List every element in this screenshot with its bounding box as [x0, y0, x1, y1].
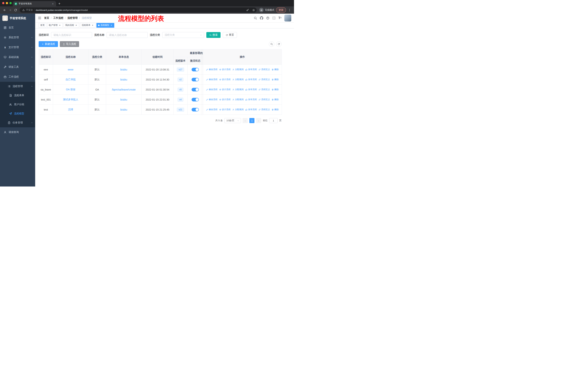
forward-button[interactable]: [7, 7, 13, 13]
op-assign-rule[interactable]: 分配规则: [232, 68, 244, 71]
active-toggle[interactable]: [192, 98, 199, 101]
op-modify-process[interactable]: 修改流程: [206, 78, 217, 81]
close-icon[interactable]: ×: [75, 24, 77, 27]
form-link[interactable]: biubiu: [120, 108, 127, 111]
op-delete[interactable]: 删除: [272, 78, 279, 81]
sidebar-item-dev-tools[interactable]: 研发工具: [0, 62, 35, 72]
op-design-process[interactable]: 设计流程: [219, 78, 231, 81]
key-icon[interactable]: [245, 8, 250, 12]
back-button[interactable]: [2, 7, 7, 13]
form-link[interactable]: biubiu: [120, 98, 127, 101]
update-button[interactable]: 更新: [276, 7, 286, 13]
op-delete[interactable]: 删除: [272, 68, 279, 71]
op-design-process[interactable]: 设计流程: [219, 68, 231, 71]
close-window-button[interactable]: [2, 2, 4, 4]
view-tag[interactable]: 我的流程×: [64, 23, 79, 28]
view-tag[interactable]: 流程模型×: [96, 23, 114, 28]
breadcrumb-item[interactable]: 工作流程: [53, 16, 63, 20]
process-name-link[interactable]: 滔博: [68, 108, 73, 111]
op-process-definition[interactable]: 流程定义: [258, 98, 270, 101]
form-link[interactable]: biubiu: [120, 68, 127, 71]
form-link[interactable]: biubiu: [120, 78, 127, 81]
op-modify-process[interactable]: 修改流程: [206, 68, 217, 71]
process-name-link[interactable]: eeee: [68, 68, 74, 71]
active-toggle[interactable]: [192, 88, 199, 91]
close-icon[interactable]: ×: [110, 24, 113, 27]
prev-page-button[interactable]: ‹: [243, 118, 248, 123]
sidebar-item-infrastructure[interactable]: 基础设施: [0, 52, 35, 62]
sidebar-item-workflow[interactable]: 工作流程: [0, 72, 35, 82]
tab-close-icon[interactable]: ×: [51, 2, 54, 5]
new-tab-button[interactable]: +: [58, 2, 61, 5]
sidebar-item-leave-query[interactable]: 请假查询: [0, 127, 35, 137]
op-process-definition[interactable]: 流程定义: [258, 68, 270, 71]
process-name-link[interactable]: 自己审批: [66, 78, 76, 81]
op-design-process[interactable]: 设计流程: [219, 88, 231, 91]
close-icon[interactable]: ×: [59, 24, 61, 27]
next-page-button[interactable]: ›: [256, 118, 261, 123]
security-label[interactable]: 不安全: [26, 9, 33, 12]
op-delete[interactable]: 删除: [272, 108, 279, 111]
reload-button[interactable]: [13, 7, 18, 13]
op-assign-rule[interactable]: 分配规则: [232, 88, 244, 91]
sidebar-item-user-group[interactable]: 用户分组: [0, 100, 35, 109]
active-toggle[interactable]: [192, 68, 199, 71]
close-icon[interactable]: ×: [91, 24, 94, 27]
sidebar-item-process-model[interactable]: 流程模型: [0, 109, 35, 118]
address-bar[interactable]: 不安全 dashboard.yudao.iocoder.cn/bpm/manag…: [20, 8, 257, 13]
process-name-input[interactable]: [107, 32, 148, 38]
op-modify-process[interactable]: 修改流程: [206, 98, 217, 101]
active-toggle[interactable]: [192, 78, 199, 81]
create-process-button[interactable]: 新建流程: [39, 41, 58, 47]
op-delete[interactable]: 删除: [272, 88, 279, 91]
sidebar-item-system-management[interactable]: 系统管理: [0, 33, 35, 42]
minimize-window-button[interactable]: [6, 2, 8, 4]
sidebar-item-payment-management[interactable]: ¥支付管理: [0, 42, 35, 52]
help-icon[interactable]: [266, 16, 269, 20]
process-id-input[interactable]: [51, 32, 92, 38]
process-name-link[interactable]: 测试多审批人: [63, 98, 78, 101]
view-tag[interactable]: 首页: [39, 23, 46, 28]
browser-menu-dots-icon[interactable]: [287, 7, 292, 13]
view-tag[interactable]: 流程表单×: [80, 23, 95, 28]
search-icon[interactable]: [254, 16, 257, 20]
import-process-button[interactable]: 导入流程: [60, 41, 79, 47]
goto-page-input[interactable]: [269, 118, 278, 123]
avatar[interactable]: [284, 15, 291, 21]
op-publish-process[interactable]: 发布流程: [245, 88, 257, 91]
github-icon[interactable]: [260, 16, 263, 20]
op-publish-process[interactable]: 发布流程: [245, 68, 257, 71]
hamburger-icon[interactable]: [38, 16, 41, 20]
zoom-window-button[interactable]: [10, 2, 12, 4]
process-name-link[interactable]: OA 请假: [66, 88, 75, 91]
op-design-process[interactable]: 设计流程: [219, 98, 231, 101]
font-size-icon[interactable]: TT: [279, 16, 282, 20]
op-delete[interactable]: 删除: [272, 98, 279, 101]
op-modify-process[interactable]: 修改流程: [206, 108, 217, 111]
op-assign-rule[interactable]: 分配规则: [232, 108, 244, 111]
refresh-table-button[interactable]: [276, 41, 282, 47]
reset-button[interactable]: 重置: [223, 32, 237, 38]
page-number-1[interactable]: 1: [249, 118, 254, 123]
op-process-definition[interactable]: 流程定义: [258, 88, 270, 91]
sidebar-item-process-management[interactable]: 流程管理: [0, 82, 35, 91]
page-size-select[interactable]: 10条/页: [224, 118, 241, 123]
breadcrumb-item[interactable]: 首页: [44, 16, 49, 20]
sidebar-item-process-form[interactable]: 流程表单: [0, 91, 35, 100]
op-process-definition[interactable]: 流程定义: [258, 108, 270, 111]
breadcrumb-item[interactable]: 流程管理: [67, 16, 78, 20]
browser-tab[interactable]: 芋道管理系统 ×: [13, 1, 56, 6]
op-publish-process[interactable]: 发布流程: [245, 98, 257, 101]
op-assign-rule[interactable]: 分配规则: [232, 78, 244, 81]
category-select[interactable]: 流程分类: [162, 32, 204, 38]
toggle-search-button[interactable]: [269, 41, 274, 47]
form-link[interactable]: /bpm/oa/leave/create: [112, 88, 136, 91]
op-publish-process[interactable]: 发布流程: [245, 108, 257, 111]
op-process-definition[interactable]: 流程定义: [258, 78, 270, 81]
bookmark-star-icon[interactable]: [251, 8, 256, 12]
fullscreen-icon[interactable]: [272, 16, 276, 20]
sidebar-item-task-management[interactable]: 任务管理: [0, 118, 35, 127]
op-modify-process[interactable]: 修改流程: [206, 88, 217, 91]
search-button[interactable]: 搜索: [206, 32, 220, 38]
view-tag[interactable]: 租户管理×: [47, 23, 63, 28]
